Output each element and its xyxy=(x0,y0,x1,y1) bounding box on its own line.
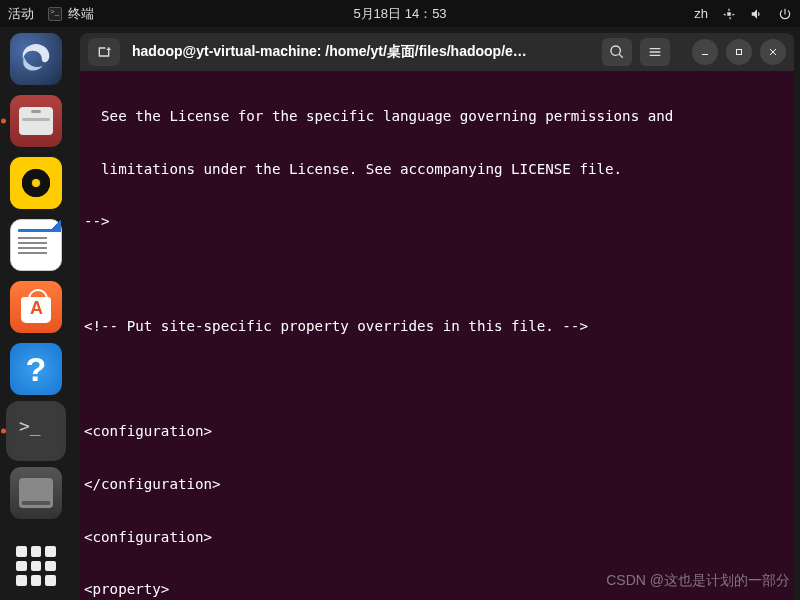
dock-app-help[interactable]: ? xyxy=(10,343,62,395)
search-button[interactable] xyxy=(602,38,632,66)
volume-icon[interactable] xyxy=(750,7,764,21)
terminal-line: See the License for the specific languag… xyxy=(84,108,673,124)
activities-button[interactable]: 活动 xyxy=(8,5,34,23)
terminal-line: <configuration> xyxy=(84,423,212,439)
maximize-icon xyxy=(733,46,745,58)
network-icon[interactable] xyxy=(722,7,736,21)
show-applications-button[interactable] xyxy=(16,546,56,586)
dock-app-disk[interactable] xyxy=(10,467,62,519)
window-titlebar: hadoop@yt-virtual-machine: /home/yt/桌面/f… xyxy=(80,33,794,71)
terminal-line: <!-- Put site-specific property override… xyxy=(84,318,588,334)
svg-rect-1 xyxy=(737,50,742,55)
app-menu[interactable]: 终端 xyxy=(48,5,94,23)
terminal-output[interactable]: See the License for the specific languag… xyxy=(80,71,794,600)
app-menu-label: 终端 xyxy=(68,5,94,23)
terminal-icon xyxy=(48,7,62,21)
power-icon[interactable] xyxy=(778,7,792,21)
menu-button[interactable] xyxy=(640,38,670,66)
gnome-top-bar: 活动 终端 5月18日 14：53 zh xyxy=(0,0,800,27)
dock-app-writer[interactable] xyxy=(10,219,62,271)
close-button[interactable] xyxy=(760,39,786,65)
dock-app-rhythmbox[interactable] xyxy=(10,157,62,209)
terminal-line: </configuration> xyxy=(84,476,221,492)
search-icon xyxy=(609,44,625,60)
terminal-line: limitations under the License. See accom… xyxy=(84,161,622,177)
dock: A ? xyxy=(0,27,72,600)
dock-app-software[interactable]: A xyxy=(10,281,62,333)
terminal-line: --> xyxy=(84,213,110,229)
dock-app-thunderbird[interactable] xyxy=(10,33,62,85)
clock[interactable]: 5月18日 14：53 xyxy=(353,5,446,23)
dock-app-files[interactable] xyxy=(10,95,62,147)
maximize-button[interactable] xyxy=(726,39,752,65)
watermark: CSDN @这也是计划的一部分 xyxy=(606,572,790,590)
window-title: hadoop@yt-virtual-machine: /home/yt/桌面/f… xyxy=(128,43,594,61)
svg-rect-0 xyxy=(702,54,708,55)
minimize-icon xyxy=(699,46,711,58)
minimize-button[interactable] xyxy=(692,39,718,65)
input-method-indicator[interactable]: zh xyxy=(694,6,708,21)
terminal-line: <configuration> xyxy=(84,529,212,545)
new-tab-button[interactable] xyxy=(88,38,120,66)
dock-app-terminal[interactable] xyxy=(10,405,62,457)
new-tab-icon xyxy=(96,44,112,60)
hamburger-icon xyxy=(647,44,663,60)
terminal-line: <property> xyxy=(84,581,169,597)
close-icon xyxy=(767,46,779,58)
